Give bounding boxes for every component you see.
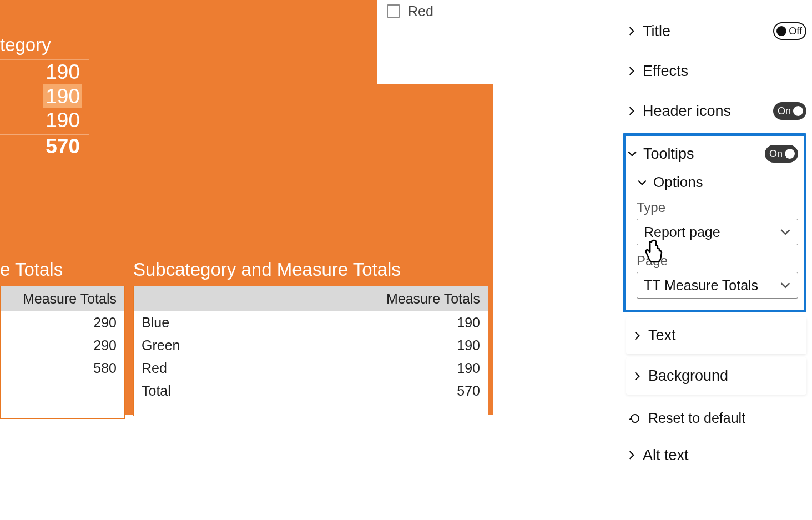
column-header: Measure Totals (1, 286, 124, 311)
slicer-visual[interactable]: Red (377, 0, 493, 84)
cell-value: 190 (329, 357, 488, 380)
cell-value: 190 (329, 311, 488, 334)
dropdown-value: Report page (644, 224, 720, 240)
chevron-right-icon (626, 105, 637, 117)
property-label: Effects (643, 63, 688, 80)
property-tooltips[interactable]: Tooltips On (627, 138, 798, 169)
tooltips-highlight: Tooltips On Options Type Report page (623, 133, 806, 312)
property-label: Alt text (643, 447, 689, 464)
checkbox-icon[interactable] (387, 4, 400, 18)
property-text[interactable]: Text (626, 317, 806, 354)
format-pane: Title Off Effects Header icons O (616, 0, 812, 520)
table-row: 290 (1, 334, 124, 357)
property-label: Title (643, 23, 670, 40)
slicer-item-red[interactable]: Red (387, 0, 483, 22)
category-header: tegory (0, 34, 100, 55)
property-alt-text[interactable]: Alt text (626, 438, 806, 472)
reset-label: Reset to default (648, 410, 745, 426)
cell-value: 570 (329, 380, 488, 402)
property-label: Background (648, 367, 728, 385)
cell-label: Blue (134, 311, 329, 334)
property-effects[interactable]: Effects (626, 51, 806, 91)
measure-totals-visual[interactable]: e Totals Measure Totals 290 290 580 (0, 259, 125, 419)
category-value-2: 190 (43, 84, 82, 109)
cell-value: 580 (1, 357, 124, 380)
property-title[interactable]: Title Off (626, 11, 806, 51)
table-row: Red190 (134, 357, 488, 380)
cell-value: 190 (329, 334, 488, 357)
reset-icon (628, 412, 642, 425)
chevron-right-icon (632, 330, 643, 341)
category-value-3: 190 (0, 108, 100, 133)
category-visual[interactable]: tegory 190 190 190 570 (0, 34, 100, 158)
toggle-title[interactable]: Off (773, 22, 806, 40)
toggle-header-icons[interactable]: On (773, 102, 806, 120)
field-label-type: Type (637, 200, 798, 215)
property-background[interactable]: Background (626, 357, 806, 395)
dropdown-tooltip-page[interactable]: TT Measure Totals (637, 272, 798, 299)
table-row: Total570 (134, 380, 488, 402)
table-row: Green190 (134, 334, 488, 357)
table-row: Blue190 (134, 311, 488, 334)
property-label: Tooltips (643, 145, 694, 163)
visual-title: e Totals (0, 259, 125, 286)
property-label: Header icons (643, 103, 731, 120)
chevron-right-icon (632, 371, 643, 382)
subcategory-totals-visual[interactable]: Subcategory and Measure Totals Measure T… (133, 259, 488, 416)
category-total: 570 (0, 135, 100, 158)
property-options[interactable]: Options (637, 174, 798, 191)
cell-label: Total (134, 380, 329, 402)
chevron-down-icon (780, 226, 791, 238)
cell-label: Red (134, 357, 329, 380)
toggle-tooltips[interactable]: On (765, 145, 798, 163)
category-value-1: 190 (0, 60, 100, 84)
cell-value: 290 (1, 311, 124, 334)
cell-label: Green (134, 334, 329, 357)
property-header-icons[interactable]: Header icons On (626, 91, 806, 131)
dropdown-value: TT Measure Totals (644, 277, 758, 294)
visual-title: Subcategory and Measure Totals (133, 259, 488, 286)
chevron-down-icon (780, 280, 791, 291)
table-row: 290 (1, 311, 124, 334)
dropdown-tooltip-type[interactable]: Report page (637, 219, 798, 245)
report-canvas: Red tegory 190 190 190 570 e Totals Meas… (0, 0, 616, 520)
chevron-down-icon (637, 177, 648, 188)
chevron-right-icon (626, 65, 637, 77)
column-header: Measure Totals (329, 286, 488, 311)
slicer-item-label: Red (408, 3, 433, 19)
cell-value: 290 (1, 334, 124, 357)
chevron-right-icon (626, 26, 637, 37)
chevron-down-icon (627, 148, 638, 159)
field-label-page: Page (637, 253, 798, 269)
property-label: Options (653, 174, 703, 191)
chevron-right-icon (626, 450, 637, 461)
table-row: 580 (1, 357, 124, 380)
reset-to-default[interactable]: Reset to default (626, 398, 806, 438)
property-label: Text (648, 327, 676, 344)
